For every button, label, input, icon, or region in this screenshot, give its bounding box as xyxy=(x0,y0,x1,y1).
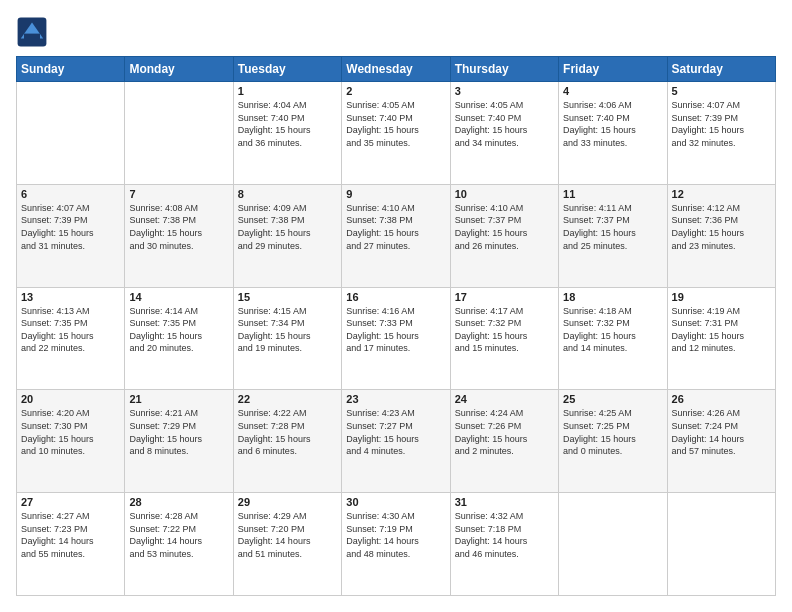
day-info: Sunrise: 4:05 AMSunset: 7:40 PMDaylight:… xyxy=(346,99,445,149)
day-number: 17 xyxy=(455,291,554,303)
calendar-table: SundayMondayTuesdayWednesdayThursdayFrid… xyxy=(16,56,776,596)
day-number: 27 xyxy=(21,496,120,508)
logo xyxy=(16,16,52,48)
day-number: 9 xyxy=(346,188,445,200)
day-info: Sunrise: 4:09 AMSunset: 7:38 PMDaylight:… xyxy=(238,202,337,252)
calendar-cell: 1Sunrise: 4:04 AMSunset: 7:40 PMDaylight… xyxy=(233,82,341,185)
logo-icon xyxy=(16,16,48,48)
weekday-header-wednesday: Wednesday xyxy=(342,57,450,82)
day-info: Sunrise: 4:26 AMSunset: 7:24 PMDaylight:… xyxy=(672,407,771,457)
day-info: Sunrise: 4:12 AMSunset: 7:36 PMDaylight:… xyxy=(672,202,771,252)
calendar-week-row: 20Sunrise: 4:20 AMSunset: 7:30 PMDayligh… xyxy=(17,390,776,493)
day-number: 11 xyxy=(563,188,662,200)
day-number: 28 xyxy=(129,496,228,508)
day-info: Sunrise: 4:13 AMSunset: 7:35 PMDaylight:… xyxy=(21,305,120,355)
calendar-cell: 22Sunrise: 4:22 AMSunset: 7:28 PMDayligh… xyxy=(233,390,341,493)
calendar-cell: 15Sunrise: 4:15 AMSunset: 7:34 PMDayligh… xyxy=(233,287,341,390)
day-info: Sunrise: 4:28 AMSunset: 7:22 PMDaylight:… xyxy=(129,510,228,560)
calendar-cell: 7Sunrise: 4:08 AMSunset: 7:38 PMDaylight… xyxy=(125,184,233,287)
day-info: Sunrise: 4:32 AMSunset: 7:18 PMDaylight:… xyxy=(455,510,554,560)
day-number: 23 xyxy=(346,393,445,405)
day-info: Sunrise: 4:19 AMSunset: 7:31 PMDaylight:… xyxy=(672,305,771,355)
day-info: Sunrise: 4:30 AMSunset: 7:19 PMDaylight:… xyxy=(346,510,445,560)
calendar-cell: 27Sunrise: 4:27 AMSunset: 7:23 PMDayligh… xyxy=(17,493,125,596)
day-info: Sunrise: 4:17 AMSunset: 7:32 PMDaylight:… xyxy=(455,305,554,355)
weekday-header-tuesday: Tuesday xyxy=(233,57,341,82)
day-info: Sunrise: 4:25 AMSunset: 7:25 PMDaylight:… xyxy=(563,407,662,457)
day-number: 14 xyxy=(129,291,228,303)
calendar-cell: 14Sunrise: 4:14 AMSunset: 7:35 PMDayligh… xyxy=(125,287,233,390)
calendar-cell: 30Sunrise: 4:30 AMSunset: 7:19 PMDayligh… xyxy=(342,493,450,596)
calendar-week-row: 1Sunrise: 4:04 AMSunset: 7:40 PMDaylight… xyxy=(17,82,776,185)
day-info: Sunrise: 4:20 AMSunset: 7:30 PMDaylight:… xyxy=(21,407,120,457)
day-info: Sunrise: 4:14 AMSunset: 7:35 PMDaylight:… xyxy=(129,305,228,355)
calendar-cell: 31Sunrise: 4:32 AMSunset: 7:18 PMDayligh… xyxy=(450,493,558,596)
day-number: 24 xyxy=(455,393,554,405)
day-info: Sunrise: 4:29 AMSunset: 7:20 PMDaylight:… xyxy=(238,510,337,560)
calendar-cell: 13Sunrise: 4:13 AMSunset: 7:35 PMDayligh… xyxy=(17,287,125,390)
calendar-cell: 12Sunrise: 4:12 AMSunset: 7:36 PMDayligh… xyxy=(667,184,775,287)
calendar-cell xyxy=(559,493,667,596)
calendar-cell: 25Sunrise: 4:25 AMSunset: 7:25 PMDayligh… xyxy=(559,390,667,493)
day-number: 12 xyxy=(672,188,771,200)
calendar-cell: 20Sunrise: 4:20 AMSunset: 7:30 PMDayligh… xyxy=(17,390,125,493)
calendar-cell: 21Sunrise: 4:21 AMSunset: 7:29 PMDayligh… xyxy=(125,390,233,493)
weekday-header-thursday: Thursday xyxy=(450,57,558,82)
header xyxy=(16,16,776,48)
day-number: 15 xyxy=(238,291,337,303)
calendar-cell: 11Sunrise: 4:11 AMSunset: 7:37 PMDayligh… xyxy=(559,184,667,287)
calendar-cell: 29Sunrise: 4:29 AMSunset: 7:20 PMDayligh… xyxy=(233,493,341,596)
calendar-cell: 19Sunrise: 4:19 AMSunset: 7:31 PMDayligh… xyxy=(667,287,775,390)
weekday-header-friday: Friday xyxy=(559,57,667,82)
weekday-header-saturday: Saturday xyxy=(667,57,775,82)
calendar-cell: 9Sunrise: 4:10 AMSunset: 7:38 PMDaylight… xyxy=(342,184,450,287)
day-number: 6 xyxy=(21,188,120,200)
calendar-cell: 4Sunrise: 4:06 AMSunset: 7:40 PMDaylight… xyxy=(559,82,667,185)
calendar-cell: 17Sunrise: 4:17 AMSunset: 7:32 PMDayligh… xyxy=(450,287,558,390)
day-info: Sunrise: 4:10 AMSunset: 7:37 PMDaylight:… xyxy=(455,202,554,252)
day-info: Sunrise: 4:24 AMSunset: 7:26 PMDaylight:… xyxy=(455,407,554,457)
calendar-cell xyxy=(17,82,125,185)
day-info: Sunrise: 4:11 AMSunset: 7:37 PMDaylight:… xyxy=(563,202,662,252)
day-number: 25 xyxy=(563,393,662,405)
calendar-cell: 2Sunrise: 4:05 AMSunset: 7:40 PMDaylight… xyxy=(342,82,450,185)
day-info: Sunrise: 4:06 AMSunset: 7:40 PMDaylight:… xyxy=(563,99,662,149)
day-number: 7 xyxy=(129,188,228,200)
day-info: Sunrise: 4:04 AMSunset: 7:40 PMDaylight:… xyxy=(238,99,337,149)
day-info: Sunrise: 4:10 AMSunset: 7:38 PMDaylight:… xyxy=(346,202,445,252)
calendar-week-row: 13Sunrise: 4:13 AMSunset: 7:35 PMDayligh… xyxy=(17,287,776,390)
day-number: 4 xyxy=(563,85,662,97)
day-number: 10 xyxy=(455,188,554,200)
day-info: Sunrise: 4:08 AMSunset: 7:38 PMDaylight:… xyxy=(129,202,228,252)
day-number: 22 xyxy=(238,393,337,405)
day-info: Sunrise: 4:07 AMSunset: 7:39 PMDaylight:… xyxy=(21,202,120,252)
day-number: 29 xyxy=(238,496,337,508)
calendar-cell xyxy=(125,82,233,185)
day-number: 30 xyxy=(346,496,445,508)
day-info: Sunrise: 4:27 AMSunset: 7:23 PMDaylight:… xyxy=(21,510,120,560)
calendar-cell: 16Sunrise: 4:16 AMSunset: 7:33 PMDayligh… xyxy=(342,287,450,390)
day-info: Sunrise: 4:16 AMSunset: 7:33 PMDaylight:… xyxy=(346,305,445,355)
day-number: 20 xyxy=(21,393,120,405)
calendar-cell: 28Sunrise: 4:28 AMSunset: 7:22 PMDayligh… xyxy=(125,493,233,596)
day-number: 5 xyxy=(672,85,771,97)
calendar-cell: 8Sunrise: 4:09 AMSunset: 7:38 PMDaylight… xyxy=(233,184,341,287)
day-number: 18 xyxy=(563,291,662,303)
day-info: Sunrise: 4:23 AMSunset: 7:27 PMDaylight:… xyxy=(346,407,445,457)
calendar-cell xyxy=(667,493,775,596)
day-number: 3 xyxy=(455,85,554,97)
day-number: 19 xyxy=(672,291,771,303)
weekday-header-sunday: Sunday xyxy=(17,57,125,82)
calendar-cell: 24Sunrise: 4:24 AMSunset: 7:26 PMDayligh… xyxy=(450,390,558,493)
svg-rect-2 xyxy=(24,34,40,40)
calendar-week-row: 6Sunrise: 4:07 AMSunset: 7:39 PMDaylight… xyxy=(17,184,776,287)
day-info: Sunrise: 4:05 AMSunset: 7:40 PMDaylight:… xyxy=(455,99,554,149)
page: SundayMondayTuesdayWednesdayThursdayFrid… xyxy=(0,0,792,612)
calendar-cell: 10Sunrise: 4:10 AMSunset: 7:37 PMDayligh… xyxy=(450,184,558,287)
day-number: 1 xyxy=(238,85,337,97)
calendar-cell: 26Sunrise: 4:26 AMSunset: 7:24 PMDayligh… xyxy=(667,390,775,493)
calendar-cell: 5Sunrise: 4:07 AMSunset: 7:39 PMDaylight… xyxy=(667,82,775,185)
calendar-week-row: 27Sunrise: 4:27 AMSunset: 7:23 PMDayligh… xyxy=(17,493,776,596)
day-info: Sunrise: 4:21 AMSunset: 7:29 PMDaylight:… xyxy=(129,407,228,457)
day-info: Sunrise: 4:15 AMSunset: 7:34 PMDaylight:… xyxy=(238,305,337,355)
